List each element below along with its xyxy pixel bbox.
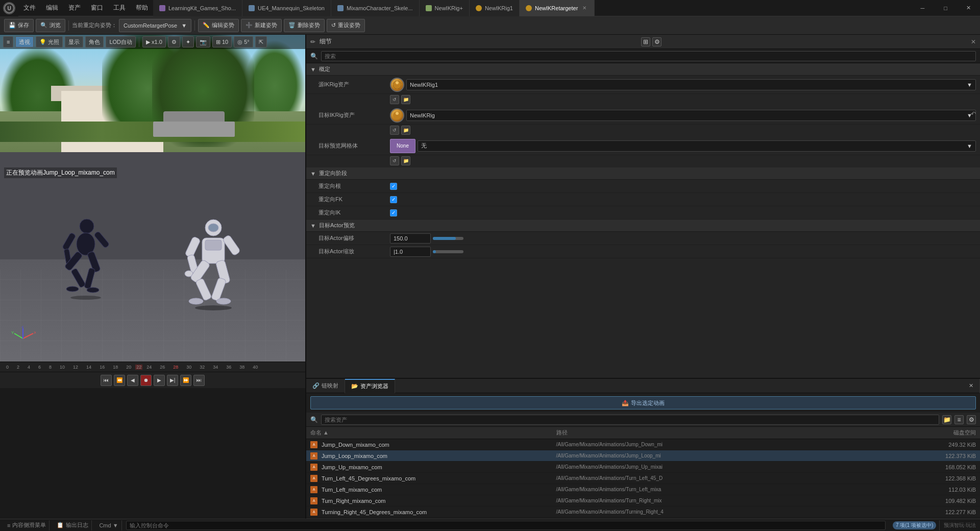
source-rig-refresh-button[interactable]: ↺ (390, 95, 399, 104)
cmd-button[interactable]: Cmd ▼ (96, 520, 121, 530)
target-scale-input[interactable]: |1.0 (390, 247, 431, 257)
maximize-button[interactable]: □ (934, 0, 957, 16)
properties-search-input[interactable] (321, 51, 976, 61)
tick-4: 4 (23, 365, 34, 370)
viewport-area[interactable]: ≡ 透视 💡 光照 显示 角色 LOD自动 (0, 35, 305, 531)
prev-frame-button[interactable]: ⏪ (114, 375, 125, 386)
export-button[interactable]: 📤 导出选定动画 (310, 396, 976, 409)
delete-pose-button[interactable]: 🗑️ 删除姿势 (284, 19, 325, 32)
preview-mesh-browse-button[interactable]: 📁 (401, 156, 410, 165)
content-drawer-button[interactable]: ≡ 内容侧滑菜单 (4, 520, 50, 530)
menu-help[interactable]: 帮助 (131, 0, 153, 16)
lighting-button[interactable]: 💡 光照 (36, 36, 63, 47)
asset-row-4[interactable]: A Turn_Left_mixamo_com /All/Game/Mixamo/… (306, 484, 980, 495)
asset-row-5[interactable]: A Turn_Right_mixamo_com /All/Game/Mixamo… (306, 495, 980, 506)
character-button[interactable]: 角色 (85, 36, 104, 47)
grid-button[interactable]: ⊞ 10 (212, 36, 232, 47)
target-rig-browse-button[interactable]: 📁 (401, 126, 410, 135)
fov-button[interactable]: ◎ 5° (234, 36, 253, 47)
close-panel-button[interactable]: ✕ (963, 379, 980, 393)
close-panel-icon: ✕ (969, 382, 973, 389)
target-offset-slider[interactable] (433, 237, 463, 240)
tab-learningkit[interactable]: LearningKit_Games_Sho... (153, 0, 242, 16)
retarget-fk-checkbox[interactable]: ✓ (390, 196, 397, 203)
fov-icon: ◎ (237, 39, 242, 45)
panel-settings-button[interactable]: ⚙ (652, 37, 662, 46)
app-logo[interactable]: U (0, 0, 18, 16)
tab-newikrig1[interactable]: NewIKRig1 (470, 0, 520, 16)
section-config[interactable]: ▼ 概定 (306, 63, 980, 76)
section-target-actor[interactable]: ▼ 目标Actor预览 (306, 220, 980, 232)
minimize-button[interactable]: ─ (911, 0, 934, 16)
console-input[interactable] (126, 521, 886, 530)
section-retarget[interactable]: ▼ 重定向阶段 (306, 167, 980, 180)
settings-button[interactable]: ⚙ (967, 415, 976, 424)
target-rig-refresh-button[interactable]: ↺ (390, 126, 399, 135)
reset-pose-button[interactable]: ↺ 重设姿势 (327, 19, 365, 32)
new-pose-button[interactable]: ➕ 新建姿势 (241, 19, 282, 32)
retarget-root-checkbox[interactable]: ✓ (390, 183, 397, 190)
target-rig-dropdown[interactable]: NewIKRig ▼ (406, 110, 976, 121)
undo-icon[interactable]: ↶ (971, 110, 976, 117)
menu-window[interactable]: 窗口 (86, 0, 108, 16)
file-icon: A (310, 475, 317, 482)
asset-row-0[interactable]: A Jump_Down_mixamo_com /All/Game/Mixamo/… (306, 439, 980, 450)
asset-row-2[interactable]: A Jump_Up_mixamo_com /All/Game/Mixamo/An… (306, 462, 980, 473)
pose-dropdown[interactable]: CustomRetargetPose ▼ (119, 19, 191, 32)
source-rig-dropdown[interactable]: NewIKRig1 ▼ (406, 79, 976, 90)
tab-mixamo-skeleton[interactable]: MixamoCharacter_Skele... (331, 0, 420, 16)
asset-row-1[interactable]: A Jump_Loop_mixamo_com /All/Game/Mixamo/… (306, 450, 980, 462)
tick-8: 8 (45, 365, 56, 370)
svg-point-13 (70, 296, 101, 300)
sim-button[interactable]: ⚙ (168, 36, 180, 47)
output-log-button[interactable]: 📋 输出日志 (54, 520, 92, 530)
panel-close-button[interactable]: ✕ (971, 38, 976, 45)
source-rig-browse-button[interactable]: 📁 (401, 95, 410, 104)
skip-end-button[interactable]: ⏭ (193, 375, 205, 386)
next-frame-button[interactable]: ⏩ (180, 375, 191, 386)
play-anim-button[interactable]: ▶ x1.0 (142, 36, 166, 47)
perspective-button[interactable]: 透视 (15, 36, 34, 47)
preview-mesh-refresh-button[interactable]: ↺ (390, 156, 399, 165)
camera-button[interactable]: 📷 (196, 36, 210, 47)
close-button[interactable]: ✕ (957, 0, 980, 16)
edit-pose-button[interactable]: ✏️ 编辑姿势 (198, 19, 239, 32)
menu-edit[interactable]: 编辑 (41, 0, 63, 16)
expand-button[interactable]: ⇱ (255, 36, 267, 47)
log-icon: 📋 (57, 522, 64, 528)
folder-button[interactable]: 📁 (942, 415, 951, 424)
skip-start-button[interactable]: ⏮ (101, 375, 112, 386)
chain-mapping-tab[interactable]: 🔗 链映射 (306, 379, 345, 393)
asset-search-input[interactable] (321, 415, 939, 425)
asset-row-6[interactable]: A Turning_Right_45_Degrees_mixamo_com /A… (306, 506, 980, 518)
lod-button[interactable]: LOD自动 (106, 36, 136, 47)
menu-tools[interactable]: 工具 (108, 0, 131, 16)
step-forward-button[interactable]: ▶| (167, 375, 178, 386)
show-button[interactable]: 显示 (65, 36, 83, 47)
menu-asset[interactable]: 资产 (63, 0, 86, 16)
save-button[interactable]: 💾 保存 (4, 19, 34, 32)
preview-mesh-dropdown[interactable]: 无 ▼ (418, 140, 976, 152)
target-scale-slider[interactable] (433, 250, 463, 253)
retarget-ik-checkbox[interactable]: ✓ (390, 209, 397, 216)
asset-browser-tab[interactable]: 📂 资产浏览器 (345, 379, 395, 393)
tick-30: 30 (182, 365, 195, 370)
record-button[interactable]: ⏺ (140, 375, 152, 386)
browse-button[interactable]: 🔍 浏览 (36, 19, 65, 32)
fx-button[interactable]: ✦ (182, 36, 194, 47)
viewport-overlay-text: 正在预览动画Jump_Loop_mixamo_com (4, 167, 117, 178)
hamburger-menu-button[interactable]: ≡ (3, 36, 13, 47)
panel-grid-view-button[interactable]: ⊞ (641, 37, 650, 46)
sim-icon: ⚙ (172, 39, 177, 45)
asset-row-3[interactable]: A Turn_Left_45_Degrees_mixamo_com /All/G… (306, 473, 980, 484)
filter-button[interactable]: ≡ (954, 415, 964, 424)
play-button[interactable]: ▶ (154, 375, 165, 386)
tab-ue4-mannequin[interactable]: UE4_Mannequin_Skeleton (242, 0, 331, 16)
source-rig-row: 源IKRig资产 (306, 76, 980, 94)
step-back-button[interactable]: ◀ (127, 375, 138, 386)
menu-file[interactable]: 文件 (18, 0, 41, 16)
tab-newikrig[interactable]: NewIKRig+ (420, 0, 470, 16)
tab-newikretargeter[interactable]: NewIKRetargeter ✕ (520, 0, 595, 16)
tab-close-icon[interactable]: ✕ (581, 5, 588, 12)
target-offset-input[interactable]: 150.0 (390, 233, 431, 244)
